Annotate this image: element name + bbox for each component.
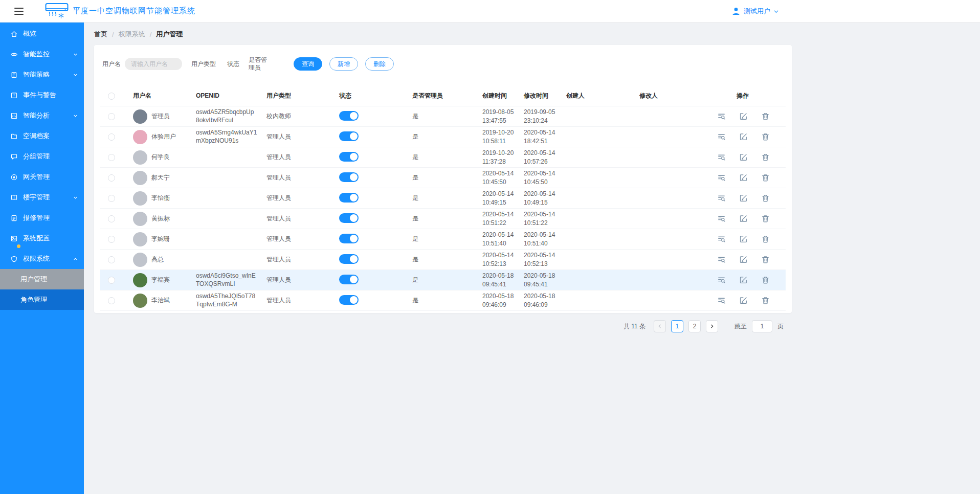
sidebar-item-system-config[interactable]: 系统配置 <box>0 228 84 249</box>
status-toggle[interactable] <box>339 295 359 305</box>
view-detail-icon[interactable] <box>717 214 726 223</box>
total-count: 共 11 条 <box>623 322 645 331</box>
breadcrumb-section[interactable]: 权限系统 <box>119 30 145 39</box>
edit-icon[interactable] <box>739 296 748 305</box>
row-select-radio[interactable] <box>108 113 115 120</box>
sidebar-item-user-management[interactable]: 用户管理 <box>0 269 84 289</box>
sidebar-item-smart-monitoring[interactable]: 智能监控 <box>0 44 84 64</box>
sidebar-item-permission-system[interactable]: 权限系统 <box>0 249 84 269</box>
delete-icon[interactable] <box>761 255 770 264</box>
row-select-radio[interactable] <box>108 174 115 182</box>
created-time-text: 2019-10-20 10:58:11 <box>473 128 515 145</box>
sidebar-item-group-management[interactable]: 分组管理 <box>0 146 84 167</box>
edit-icon[interactable] <box>739 235 748 243</box>
add-button[interactable]: 新增 <box>329 57 358 71</box>
analysis-icon <box>10 111 18 120</box>
row-select-radio[interactable] <box>108 236 115 243</box>
usertype-filter[interactable]: 用户类型 <box>191 60 216 69</box>
view-detail-icon[interactable] <box>717 235 726 243</box>
sidebar-item-role-management[interactable]: 角色管理 <box>0 289 84 310</box>
status-toggle[interactable] <box>339 234 359 243</box>
row-select-radio[interactable] <box>108 215 115 222</box>
menu-toggle-icon[interactable] <box>14 8 25 15</box>
username-input[interactable] <box>125 58 182 70</box>
status-toggle[interactable] <box>339 131 359 141</box>
user-avatar <box>133 232 147 246</box>
view-detail-icon[interactable] <box>717 112 726 121</box>
row-select-radio[interactable] <box>108 256 115 263</box>
breadcrumb-current: 用户管理 <box>156 30 183 39</box>
sidebar-item-building-management[interactable]: 楼宇管理 <box>0 187 84 208</box>
sidebar-item-gateway-management[interactable]: 网关管理 <box>0 167 84 187</box>
row-select-radio[interactable] <box>108 277 115 284</box>
page-button-1[interactable]: 1 <box>671 320 683 332</box>
breadcrumb-home[interactable]: 首页 <box>94 30 107 39</box>
username-text: 管理员 <box>151 112 170 121</box>
next-page-button[interactable] <box>706 320 718 332</box>
delete-icon[interactable] <box>761 173 770 182</box>
modified-time-text: 2020-05-14 10:51:22 <box>515 210 557 227</box>
edit-icon[interactable] <box>739 255 748 264</box>
status-toggle[interactable] <box>339 172 359 182</box>
edit-icon[interactable] <box>739 112 748 121</box>
delete-icon[interactable] <box>761 194 770 203</box>
view-detail-icon[interactable] <box>717 194 726 203</box>
status-toggle[interactable] <box>339 111 359 121</box>
row-select-radio[interactable] <box>108 133 115 141</box>
status-toggle[interactable] <box>339 193 359 203</box>
row-select-radio[interactable] <box>108 297 115 304</box>
users-table: 用户名 OPENID 用户类型 状态 是否管理员 创建时间 修改时间 创建人 修… <box>100 86 786 311</box>
sidebar-item-events-alerts[interactable]: 事件与警告 <box>0 85 84 105</box>
delete-icon[interactable] <box>761 132 770 141</box>
user-menu[interactable]: 测试用户 <box>731 0 779 23</box>
sidebar-item-repair-management[interactable]: 报修管理 <box>0 208 84 228</box>
view-detail-icon[interactable] <box>717 153 726 162</box>
sidebar-item-overview[interactable]: 概览 <box>0 24 84 44</box>
row-select-radio[interactable] <box>108 154 115 161</box>
sidebar-item-smart-analysis[interactable]: 智能分析 <box>0 105 84 126</box>
delete-icon[interactable] <box>761 112 770 121</box>
view-detail-icon[interactable] <box>717 132 726 141</box>
user-avatar <box>133 253 147 267</box>
view-detail-icon[interactable] <box>717 296 726 305</box>
table-row: 高总 管理人员 是 2020-05-14 10:52:13 2020-05-14… <box>100 250 786 270</box>
delete-icon[interactable] <box>761 276 770 284</box>
query-button[interactable]: 查询 <box>294 57 322 71</box>
edit-icon[interactable] <box>739 173 748 182</box>
edit-icon[interactable] <box>739 153 748 162</box>
delete-icon[interactable] <box>761 235 770 243</box>
edit-icon[interactable] <box>739 194 748 203</box>
sidebar-item-ac-archives[interactable]: 空调档案 <box>0 126 84 146</box>
select-all-radio[interactable] <box>108 93 115 100</box>
table-row: 黄振标 管理人员 是 2020-05-14 10:51:22 2020-05-1… <box>100 209 786 229</box>
status-toggle[interactable] <box>339 213 359 223</box>
edit-icon[interactable] <box>739 132 748 141</box>
openid-text: oswdA5Srng4wkUaY1mXbpzNOU91s <box>185 129 257 145</box>
jump-page-input[interactable] <box>752 320 772 332</box>
sidebar-item-smart-strategy[interactable]: 智能策略 <box>0 64 84 85</box>
view-detail-icon[interactable] <box>717 173 726 182</box>
delete-button[interactable]: 删除 <box>365 57 394 71</box>
alert-icon <box>10 91 18 99</box>
delete-icon[interactable] <box>761 153 770 162</box>
status-toggle[interactable] <box>339 254 359 264</box>
status-toggle[interactable] <box>339 275 359 284</box>
delete-icon[interactable] <box>761 214 770 223</box>
shield-icon <box>10 255 18 263</box>
prev-page-button[interactable] <box>654 320 666 332</box>
user-name: 测试用户 <box>744 7 770 16</box>
status-toggle[interactable] <box>339 152 359 162</box>
status-filter[interactable]: 状态 <box>227 60 239 69</box>
is-admin-text: 是 <box>403 255 473 264</box>
edit-icon[interactable] <box>739 214 748 223</box>
delete-icon[interactable] <box>761 296 770 305</box>
col-modifier: 修改人 <box>630 92 715 100</box>
edit-icon[interactable] <box>739 276 748 284</box>
created-time-text: 2020-05-18 09:45:41 <box>473 272 515 288</box>
page-button-2[interactable]: 2 <box>688 320 701 332</box>
modified-time-text: 2020-05-18 09:45:41 <box>515 272 557 288</box>
row-select-radio[interactable] <box>108 195 115 202</box>
admin-filter[interactable]: 是否管理员 <box>249 56 269 72</box>
view-detail-icon[interactable] <box>717 255 726 264</box>
view-detail-icon[interactable] <box>717 276 726 284</box>
